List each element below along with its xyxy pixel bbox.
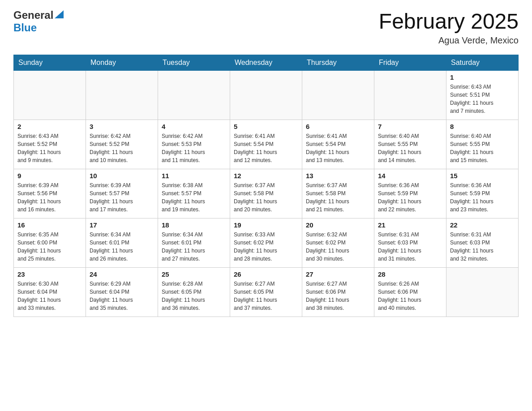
page-header: General Blue February 2025 Agua Verde, M… xyxy=(13,9,519,46)
calendar-cell: 4Sunrise: 6:42 AMSunset: 5:53 PMDaylight… xyxy=(158,120,230,169)
weekday-header: Sunday xyxy=(14,55,86,71)
calendar-cell: 17Sunrise: 6:34 AMSunset: 6:01 PMDayligh… xyxy=(86,218,158,268)
day-info: Sunrise: 6:26 AMSunset: 6:06 PMDaylight:… xyxy=(378,280,442,312)
day-info: Sunrise: 6:40 AMSunset: 5:55 PMDaylight:… xyxy=(378,132,442,164)
day-number: 3 xyxy=(90,123,154,130)
day-number: 17 xyxy=(90,221,154,229)
svg-marker-0 xyxy=(55,10,64,18)
calendar-cell xyxy=(86,71,158,120)
day-number: 25 xyxy=(162,270,226,278)
day-number: 6 xyxy=(306,123,370,130)
day-info: Sunrise: 6:39 AMSunset: 5:57 PMDaylight:… xyxy=(90,181,154,214)
day-number: 22 xyxy=(450,221,515,229)
day-number: 8 xyxy=(450,123,515,130)
day-number: 13 xyxy=(306,172,370,180)
calendar-cell: 27Sunrise: 6:27 AMSunset: 6:06 PMDayligh… xyxy=(302,268,374,317)
day-info: Sunrise: 6:43 AMSunset: 5:52 PMDaylight:… xyxy=(17,132,82,164)
day-info: Sunrise: 6:39 AMSunset: 5:56 PMDaylight:… xyxy=(17,181,82,214)
calendar-cell: 15Sunrise: 6:36 AMSunset: 5:59 PMDayligh… xyxy=(446,169,519,218)
day-number: 16 xyxy=(17,221,82,229)
day-info: Sunrise: 6:42 AMSunset: 5:53 PMDaylight:… xyxy=(162,132,226,164)
logo-text-general: General xyxy=(13,9,53,21)
calendar-cell: 1Sunrise: 6:43 AMSunset: 5:51 PMDaylight… xyxy=(446,71,519,120)
calendar-cell: 8Sunrise: 6:40 AMSunset: 5:55 PMDaylight… xyxy=(446,120,519,169)
calendar-cell xyxy=(374,71,446,120)
day-number: 28 xyxy=(378,270,442,278)
day-info: Sunrise: 6:29 AMSunset: 6:04 PMDaylight:… xyxy=(90,280,154,312)
day-info: Sunrise: 6:30 AMSunset: 6:04 PMDaylight:… xyxy=(17,280,82,312)
day-info: Sunrise: 6:33 AMSunset: 6:02 PMDaylight:… xyxy=(234,231,298,263)
day-info: Sunrise: 6:37 AMSunset: 5:58 PMDaylight:… xyxy=(306,181,370,214)
day-number: 10 xyxy=(90,172,154,180)
day-info: Sunrise: 6:34 AMSunset: 6:01 PMDaylight:… xyxy=(162,231,226,263)
calendar-cell: 12Sunrise: 6:37 AMSunset: 5:58 PMDayligh… xyxy=(230,169,302,218)
day-info: Sunrise: 6:36 AMSunset: 5:59 PMDaylight:… xyxy=(378,181,442,214)
calendar-cell xyxy=(230,71,302,120)
day-number: 12 xyxy=(234,172,298,180)
calendar-cell: 11Sunrise: 6:38 AMSunset: 5:57 PMDayligh… xyxy=(158,169,230,218)
day-number: 9 xyxy=(17,172,82,180)
title-area: February 2025 Agua Verde, Mexico xyxy=(379,9,519,46)
weekday-header: Thursday xyxy=(302,55,374,71)
day-info: Sunrise: 6:32 AMSunset: 6:02 PMDaylight:… xyxy=(306,231,370,263)
day-number: 21 xyxy=(378,221,442,229)
calendar-cell: 22Sunrise: 6:31 AMSunset: 6:03 PMDayligh… xyxy=(446,218,519,268)
weekday-header: Monday xyxy=(86,55,158,71)
day-number: 20 xyxy=(306,221,370,229)
calendar-week-row: 9Sunrise: 6:39 AMSunset: 5:56 PMDaylight… xyxy=(14,169,519,218)
day-info: Sunrise: 6:27 AMSunset: 6:05 PMDaylight:… xyxy=(234,280,298,312)
day-info: Sunrise: 6:28 AMSunset: 6:05 PMDaylight:… xyxy=(162,280,226,312)
calendar-week-row: 1Sunrise: 6:43 AMSunset: 5:51 PMDaylight… xyxy=(14,71,519,120)
day-number: 18 xyxy=(162,221,226,229)
calendar-cell xyxy=(14,71,86,120)
day-info: Sunrise: 6:42 AMSunset: 5:52 PMDaylight:… xyxy=(90,132,154,164)
day-number: 11 xyxy=(162,172,226,180)
weekday-header: Tuesday xyxy=(158,55,230,71)
day-number: 7 xyxy=(378,123,442,130)
calendar-cell: 23Sunrise: 6:30 AMSunset: 6:04 PMDayligh… xyxy=(14,268,86,317)
logo-icon xyxy=(55,9,64,18)
day-number: 14 xyxy=(378,172,442,180)
location: Agua Verde, Mexico xyxy=(379,35,519,46)
calendar-cell: 14Sunrise: 6:36 AMSunset: 5:59 PMDayligh… xyxy=(374,169,446,218)
day-info: Sunrise: 6:35 AMSunset: 6:00 PMDaylight:… xyxy=(17,231,82,263)
calendar-cell: 3Sunrise: 6:42 AMSunset: 5:52 PMDaylight… xyxy=(86,120,158,169)
weekday-header: Wednesday xyxy=(230,55,302,71)
calendar-cell: 9Sunrise: 6:39 AMSunset: 5:56 PMDaylight… xyxy=(14,169,86,218)
calendar-week-row: 23Sunrise: 6:30 AMSunset: 6:04 PMDayligh… xyxy=(14,268,519,317)
day-info: Sunrise: 6:36 AMSunset: 5:59 PMDaylight:… xyxy=(450,181,515,214)
day-info: Sunrise: 6:37 AMSunset: 5:58 PMDaylight:… xyxy=(234,181,298,214)
month-title: February 2025 xyxy=(379,9,519,34)
calendar-cell: 25Sunrise: 6:28 AMSunset: 6:05 PMDayligh… xyxy=(158,268,230,317)
day-number: 19 xyxy=(234,221,298,229)
calendar-cell: 10Sunrise: 6:39 AMSunset: 5:57 PMDayligh… xyxy=(86,169,158,218)
day-info: Sunrise: 6:40 AMSunset: 5:55 PMDaylight:… xyxy=(450,132,515,164)
day-number: 4 xyxy=(162,123,226,130)
calendar-cell xyxy=(302,71,374,120)
weekday-header: Saturday xyxy=(446,55,519,71)
calendar-cell: 13Sunrise: 6:37 AMSunset: 5:58 PMDayligh… xyxy=(302,169,374,218)
day-number: 23 xyxy=(17,270,82,278)
calendar-cell: 16Sunrise: 6:35 AMSunset: 6:00 PMDayligh… xyxy=(14,218,86,268)
day-info: Sunrise: 6:41 AMSunset: 5:54 PMDaylight:… xyxy=(234,132,298,164)
day-number: 15 xyxy=(450,172,515,180)
calendar-cell xyxy=(158,71,230,120)
day-number: 2 xyxy=(17,123,82,130)
day-number: 5 xyxy=(234,123,298,130)
day-info: Sunrise: 6:27 AMSunset: 6:06 PMDaylight:… xyxy=(306,280,370,312)
day-info: Sunrise: 6:34 AMSunset: 6:01 PMDaylight:… xyxy=(90,231,154,263)
calendar-cell: 24Sunrise: 6:29 AMSunset: 6:04 PMDayligh… xyxy=(86,268,158,317)
day-info: Sunrise: 6:43 AMSunset: 5:51 PMDaylight:… xyxy=(450,83,515,115)
day-number: 27 xyxy=(306,270,370,278)
calendar-cell: 5Sunrise: 6:41 AMSunset: 5:54 PMDaylight… xyxy=(230,120,302,169)
day-info: Sunrise: 6:31 AMSunset: 6:03 PMDaylight:… xyxy=(450,231,515,263)
day-info: Sunrise: 6:38 AMSunset: 5:57 PMDaylight:… xyxy=(162,181,226,214)
calendar-cell: 18Sunrise: 6:34 AMSunset: 6:01 PMDayligh… xyxy=(158,218,230,268)
day-info: Sunrise: 6:41 AMSunset: 5:54 PMDaylight:… xyxy=(306,132,370,164)
calendar-header-row: SundayMondayTuesdayWednesdayThursdayFrid… xyxy=(14,55,519,71)
calendar-cell: 20Sunrise: 6:32 AMSunset: 6:02 PMDayligh… xyxy=(302,218,374,268)
day-number: 26 xyxy=(234,270,298,278)
calendar-cell: 28Sunrise: 6:26 AMSunset: 6:06 PMDayligh… xyxy=(374,268,446,317)
calendar-cell: 2Sunrise: 6:43 AMSunset: 5:52 PMDaylight… xyxy=(14,120,86,169)
day-number: 24 xyxy=(90,270,154,278)
